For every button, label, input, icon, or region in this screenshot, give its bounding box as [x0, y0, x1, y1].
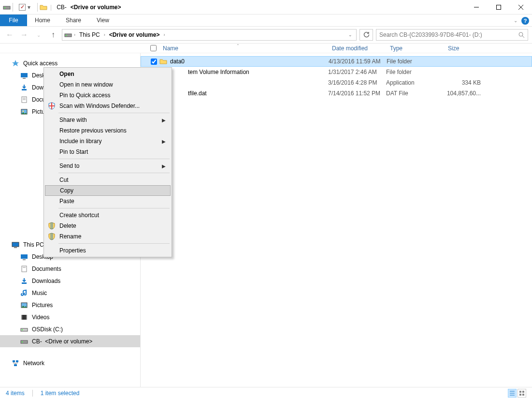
ctx-label: Delete: [59, 222, 76, 229]
ctx-label: Include in library: [59, 138, 101, 145]
list-item[interactable]: tem Volume Information 1/31/2017 2:46 AM…: [141, 67, 532, 77]
column-select-all[interactable]: [147, 45, 159, 51]
ctx-label: Send to: [59, 163, 79, 169]
ctx-restore-versions[interactable]: Restore previous versions: [45, 125, 171, 136]
ctx-send-to[interactable]: Send to ▶: [45, 161, 171, 171]
nav-back-button[interactable]: ←: [4, 29, 15, 41]
sidebar-item-thispc-downloads[interactable]: Downloads: [0, 275, 140, 287]
quick-access-toolbar: ✓ ▾: [15, 4, 35, 11]
view-toggles: [508, 389, 526, 398]
sidebar-item-thispc-pictures[interactable]: Pictures: [0, 299, 140, 311]
close-button[interactable]: [510, 0, 532, 15]
status-item-count: 4 items: [6, 390, 25, 397]
desktop-icon: [20, 72, 28, 79]
ctx-pin-quick-access[interactable]: Pin to Quick access: [45, 90, 171, 101]
ribbon-expand-icon[interactable]: ⌄: [514, 18, 518, 23]
view-details-button[interactable]: [508, 389, 517, 398]
file-name: tem Volume Information: [188, 69, 249, 75]
address-dropdown-icon[interactable]: ⌄: [346, 32, 354, 37]
sidebar-label: Pictures: [32, 302, 53, 309]
ctx-properties[interactable]: Properties: [45, 245, 171, 256]
search-placeholder: Search CB-{C2033993-97D8-4F01- (D:): [379, 31, 482, 38]
ctx-copy[interactable]: Copy: [45, 185, 171, 196]
ribbon-tabs: File Home Share View ⌄ ?: [0, 15, 532, 27]
svg-marker-10: [12, 60, 19, 66]
list-item[interactable]: 3/16/2016 4:28 PM Application 334 KB: [141, 77, 532, 88]
title-sep: |: [49, 4, 53, 11]
sidebar-item-thispc-documents[interactable]: Documents: [0, 263, 140, 275]
svg-rect-25: [22, 282, 27, 284]
column-header-date[interactable]: Date modified: [328, 45, 386, 52]
minimize-button[interactable]: [465, 0, 488, 15]
ctx-paste[interactable]: Paste: [45, 196, 171, 207]
pictures-icon: [20, 301, 28, 309]
sidebar-item-cb-drive[interactable]: CB- <Drive or volume>: [0, 335, 140, 347]
disk-icon: [20, 325, 28, 333]
folder-title-icon: [40, 3, 47, 11]
svg-rect-28: [21, 315, 22, 320]
nav-up-button[interactable]: ↑: [47, 29, 59, 41]
tab-share[interactable]: Share: [58, 15, 89, 26]
breadcrumb-drive[interactable]: <Drive or volume>: [107, 31, 162, 38]
help-icon[interactable]: ?: [521, 17, 529, 25]
ctx-open-new-window[interactable]: Open in new window: [45, 79, 171, 90]
ctx-rename[interactable]: Rename: [45, 231, 171, 242]
ctx-cut[interactable]: Cut: [45, 175, 171, 185]
svg-line-9: [522, 36, 524, 38]
breadcrumb-thispc[interactable]: This PC: [77, 31, 102, 38]
file-type: Application: [386, 79, 444, 86]
nav-forward-button[interactable]: →: [18, 29, 30, 41]
file-name: data0: [170, 58, 185, 65]
documents-icon: [20, 265, 28, 273]
search-box[interactable]: Search CB-{C2033993-97D8-4F01- (D:): [376, 29, 528, 41]
window-buttons: [465, 0, 532, 15]
refresh-button[interactable]: [359, 29, 373, 41]
sidebar-item-network[interactable]: Network: [0, 357, 140, 369]
status-bar: 4 items 1 item selected: [0, 387, 532, 399]
ctx-share-with[interactable]: Share with ▶: [45, 115, 171, 125]
file-date: 3/16/2016 4:28 PM: [328, 79, 386, 86]
breadcrumb-chevron-icon[interactable]: ›: [74, 32, 75, 37]
svg-rect-35: [16, 360, 18, 362]
svg-rect-20: [14, 247, 17, 248]
address-bar[interactable]: › This PC › <Drive or volume> › ⌄: [62, 29, 357, 41]
network-icon: [12, 359, 19, 367]
ctx-pin-start[interactable]: Pin to Start: [45, 147, 171, 157]
tab-file[interactable]: File: [0, 15, 27, 26]
list-item[interactable]: tfile.dat 7/14/2016 11:52 PM DAT File 10…: [141, 88, 532, 99]
breadcrumb-chevron-icon[interactable]: ›: [104, 32, 105, 37]
tab-view[interactable]: View: [89, 15, 117, 26]
shield-uac-icon: [47, 232, 57, 241]
quick-access-icon: [12, 59, 19, 67]
nav-history-dropdown[interactable]: ⌄: [33, 29, 44, 41]
sidebar-item-thispc-music[interactable]: Music: [0, 287, 140, 299]
view-large-icons-button[interactable]: [518, 389, 526, 398]
maximize-button[interactable]: [488, 0, 510, 15]
address-drive-icon: [64, 31, 72, 39]
qat-properties-icon[interactable]: ✓: [19, 4, 26, 11]
list-item[interactable]: data0 4/13/2016 11:59 AM File folder: [141, 56, 532, 67]
column-header-size[interactable]: Size: [444, 45, 483, 52]
ctx-separator: [58, 243, 170, 244]
ctx-create-shortcut[interactable]: Create shortcut: [45, 210, 171, 221]
ctx-open[interactable]: Open: [45, 69, 171, 79]
search-icon: [518, 31, 525, 38]
svg-rect-38: [49, 105, 55, 106]
column-header-name[interactable]: Name ⌃: [159, 45, 328, 52]
ctx-include-library[interactable]: Include in library ▶: [45, 136, 171, 147]
tab-home[interactable]: Home: [27, 15, 58, 26]
sidebar-label: This PC: [23, 241, 44, 248]
ctx-scan-defender[interactable]: Scan with Windows Defender...: [45, 101, 171, 111]
svg-rect-45: [522, 394, 524, 396]
column-headers: Name ⌃ Date modified Type Size: [0, 44, 532, 53]
ctx-delete[interactable]: Delete: [45, 221, 171, 231]
file-date: 1/31/2017 2:46 AM: [328, 69, 386, 75]
breadcrumb-chevron-icon[interactable]: ›: [163, 32, 165, 37]
column-header-type[interactable]: Type: [386, 45, 444, 52]
sidebar-item-thispc-videos[interactable]: Videos: [0, 311, 140, 323]
sidebar-item-osdisk[interactable]: OSDisk (C:): [0, 323, 140, 335]
svg-rect-22: [23, 259, 26, 260]
row-checkbox[interactable]: [148, 59, 159, 65]
qat-dropdown-icon[interactable]: ▾: [28, 4, 31, 11]
window-title-prefix: CB-: [55, 4, 67, 11]
